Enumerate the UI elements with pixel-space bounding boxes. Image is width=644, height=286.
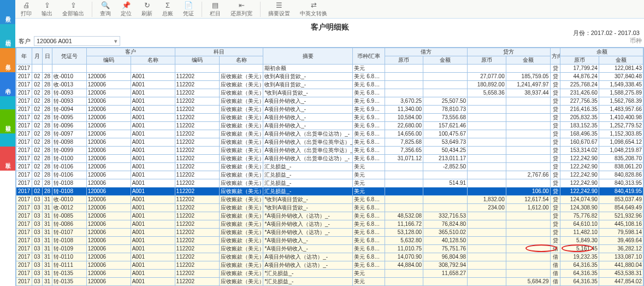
export-all-button[interactable]: ⇪全部输出 xyxy=(60,1,86,17)
search-icon: 🔍 xyxy=(101,1,110,10)
nav-item-6[interactable]: 址互联 xyxy=(0,147,15,171)
locate-button[interactable]: 📌定位 xyxy=(119,1,134,17)
table-row[interactable]: 20170228转-0106120006A001112202应收账款（美元）汇兑… xyxy=(16,171,643,179)
table-row[interactable]: 20170228转-0096120006A001112202应收账款（美元）A项… xyxy=(16,122,643,130)
restore-icon: ⇤ xyxy=(237,1,246,10)
print-icon: 🖨 xyxy=(22,1,31,10)
table-row[interactable]: 20170331转-0107120006A001112202应收账款（美元）*A… xyxy=(16,229,643,237)
table-row[interactable]: 20170228转-0108120006A001112202应收账款（美元）汇兑… xyxy=(16,188,643,196)
ledger-button[interactable]: Σ总账 xyxy=(160,1,175,17)
table-row[interactable]: 20170331转-0111120006A001112202应收账款（美元）A项… xyxy=(16,261,643,270)
table-row[interactable]: 20170228转-0098120006A001112202应收账款（美元）A项… xyxy=(16,138,643,147)
table-row[interactable]: 20170228转-0108120006A001112202应收账款（美元）汇兑… xyxy=(16,179,643,188)
columns-icon: ▤ xyxy=(211,1,220,10)
print-button[interactable]: 🖨打印 xyxy=(19,1,34,17)
nav-item-3[interactable]: 息任务 xyxy=(0,48,15,72)
table-row[interactable]: 20170228转-0106120006A001112202应收账款（美元）汇兑… xyxy=(16,163,643,171)
refresh-icon: ↻ xyxy=(143,1,151,10)
table-row[interactable]: 20170331收-0010120006A001112202应收账款（美元）*收… xyxy=(16,196,643,204)
pin-icon: 📌 xyxy=(122,1,131,10)
query-button[interactable]: 🔍查询 xyxy=(98,1,113,17)
table-row[interactable]: 20170331转-0086120006A001112202应收账款（美元）*A… xyxy=(16,220,643,229)
summary-setting-button[interactable]: ☰摘要设置 xyxy=(266,1,292,17)
table-row[interactable]: 20170228转-0094120006A001112202应收账款（美元）A项… xyxy=(16,106,643,114)
table-row[interactable]: 20170331转-0135120006A001112202应收账款（美元）*汇… xyxy=(16,278,643,286)
table-row[interactable]: 20170228转-0099120006A001112202应收账款（美元）A项… xyxy=(16,147,643,155)
doc-icon: 📄 xyxy=(184,1,193,10)
data-grid[interactable]: 年 月 日 凭证号 客户 科目 摘要 币种/汇率 借方 贷方 方向 余额 编码名… xyxy=(15,47,644,286)
refresh-button[interactable]: ↻刷新 xyxy=(139,1,155,17)
nav-item-1[interactable]: 务导航 xyxy=(0,0,15,24)
lang-switch-button[interactable]: ⇄中英文转换 xyxy=(298,1,329,17)
table-row[interactable]: 20170331转-0110120006A001112202应收账款（美元）A项… xyxy=(16,253,643,261)
voucher-button[interactable]: 📄凭证 xyxy=(181,1,196,17)
swap-icon: ⇄ xyxy=(309,1,318,10)
nav-item-4[interactable]: 表中心 xyxy=(0,72,15,96)
export-icon: ⇪ xyxy=(43,1,51,10)
restore-width-button[interactable]: ⇤还原列宽 xyxy=(228,1,255,17)
table-row[interactable]: 20170228收-0010120006A001112202应收账款（美元）收到… xyxy=(16,73,643,81)
table-row[interactable]: 20170331收-0012120006A001112202应收账款（美元）*收… xyxy=(16,204,643,212)
nav-item-5[interactable]: 辅导航 xyxy=(0,109,15,133)
customer-filter-label: 客户 xyxy=(19,37,31,45)
table-row[interactable]: 2017期初余额美元贷17,799.24122,081.43 xyxy=(16,65,643,73)
table-row[interactable]: 20170228转-0093120006A001112202应收账款（美元）*收… xyxy=(16,89,643,97)
columns-button[interactable]: ▤栏目 xyxy=(208,1,223,17)
page-title: 客户明细账 xyxy=(15,19,644,36)
table-row[interactable]: 20170228转-0095120006A001112202应收账款（美元）A项… xyxy=(16,114,643,122)
table-row[interactable]: 20170331转-0085120006A001112202应收账款（美元）*A… xyxy=(16,212,643,220)
table-row[interactable]: 20170228转-0100120006A001112202应收账款（美元）A项… xyxy=(16,155,643,163)
table-row[interactable]: 20170331转-0109120006A001112202应收账款（美元）*A… xyxy=(16,245,643,253)
toolbar: 🖨打印 ⇪输出 ⇪全部输出 🔍查询 📌定位 ↻刷新 Σ总账 📄凭证 ▤栏目 ⇤还… xyxy=(15,0,644,19)
list-icon: ☰ xyxy=(275,1,283,10)
grid-header: 年 月 日 凭证号 客户 科目 摘要 币种/汇率 借方 贷方 方向 余额 编码名… xyxy=(16,48,643,65)
table-row[interactable]: 20170228转-0093120006A001112202应收账款（美元）A项… xyxy=(16,97,643,106)
left-nav: 务导航 用功能 息任务 表中心 辅导航 址互联 xyxy=(0,0,15,286)
nav-item-2[interactable]: 用功能 xyxy=(0,24,15,48)
sum-icon: Σ xyxy=(163,1,172,10)
table-row[interactable]: 20170228转-0097120006A001112202应收账款（美元）A项… xyxy=(16,130,643,138)
table-row[interactable]: 20170331转-0135120006A001112202应收账款（美元）*汇… xyxy=(16,270,643,278)
table-row[interactable]: 20170331转-0108120006A001112202应收账款（美元）*A… xyxy=(16,237,643,245)
export-all-icon: ⇪ xyxy=(69,1,78,10)
table-row[interactable]: 20170228收-0013120006A001112202应收账款（美元）收到… xyxy=(16,81,643,89)
export-button[interactable]: ⇪输出 xyxy=(39,1,55,17)
filter-row: 客户 120006 A001 xyxy=(15,35,644,47)
customer-combo[interactable]: 120006 A001 xyxy=(34,36,120,46)
